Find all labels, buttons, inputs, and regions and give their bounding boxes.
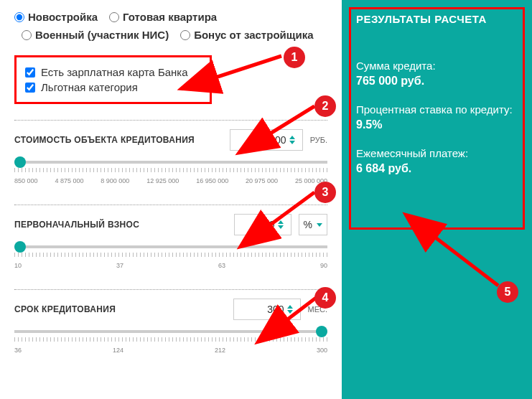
- check-salary-card-label: Есть зарплатная карта Банка: [41, 66, 188, 78]
- radio-military-input[interactable]: [22, 30, 32, 40]
- radio-ready-flat[interactable]: Готовая квартира: [109, 11, 217, 23]
- term-ticks: 36 124 212 300: [14, 344, 327, 354]
- cost-unit: РУБ.: [310, 136, 327, 144]
- down-tick-1: 37: [116, 262, 123, 269]
- down-spin-down-icon[interactable]: [278, 225, 284, 229]
- down-tick-2: 63: [218, 262, 225, 269]
- radio-developer-bonus[interactable]: Бонус от застройщика: [180, 29, 313, 41]
- term-slider-track[interactable]: [14, 330, 327, 333]
- term-input-wrap[interactable]: [233, 299, 301, 320]
- rate-label: Процентная ставка по кредиту:: [356, 103, 518, 116]
- loan-amount-value: 765 000 руб.: [356, 75, 518, 88]
- cost-slider-thumb[interactable]: [14, 156, 26, 168]
- annotation-1: 1: [284, 47, 305, 68]
- cost-slider-track[interactable]: [14, 161, 327, 164]
- cost-tick-5: 20 975 000: [246, 177, 278, 184]
- radio-ready-flat-input[interactable]: [109, 12, 119, 22]
- radio-developer-bonus-input[interactable]: [180, 30, 190, 40]
- down-label: ПЕРВОНАЧАЛЬНЫЙ ВЗНОС: [14, 220, 139, 230]
- annotation-3: 3: [314, 182, 336, 203]
- term-tick-3: 300: [317, 347, 327, 354]
- term-spin-up-icon[interactable]: [287, 305, 293, 309]
- down-input[interactable]: [241, 219, 275, 230]
- rate-value: 9.5%: [356, 118, 518, 131]
- radio-military-label: Военный (участник НИС): [35, 29, 169, 41]
- check-privileged[interactable]: [25, 83, 35, 93]
- cost-tick-4: 16 950 000: [196, 177, 228, 184]
- annotation-2: 2: [314, 95, 336, 117]
- cost-tick-1: 4 875 000: [55, 177, 83, 184]
- radio-ready-flat-label: Готовая квартира: [123, 11, 217, 23]
- cost-tick-2: 8 900 000: [101, 177, 129, 184]
- term-label: СРОК КРЕДИТОВАНИЯ: [14, 304, 116, 314]
- loan-amount-label: Сумма кредита:: [356, 60, 518, 72]
- radio-new-building-input[interactable]: [14, 12, 24, 22]
- chevron-down-icon: [317, 223, 322, 227]
- down-unit-select[interactable]: %: [299, 214, 327, 235]
- radio-new-building-label: Новостройка: [28, 11, 98, 23]
- down-unit-value: %: [304, 219, 312, 230]
- annotation-4: 4: [314, 287, 336, 309]
- down-input-wrap[interactable]: [234, 214, 291, 235]
- cost-tick-0: 850 000: [14, 177, 38, 184]
- cost-spin-up-icon[interactable]: [289, 136, 295, 139]
- cost-input[interactable]: [236, 134, 286, 146]
- radio-developer-bonus-label: Бонус от застройщика: [194, 29, 313, 41]
- term-input[interactable]: [240, 304, 284, 315]
- down-slider-thumb[interactable]: [14, 241, 26, 253]
- results-title: РЕЗУЛЬТАТЫ РАСЧЕТА: [356, 13, 518, 25]
- check-privileged-label: Льготная категория: [41, 81, 138, 93]
- term-tick-1: 124: [113, 347, 123, 354]
- annotation-5: 5: [497, 281, 518, 303]
- monthly-value: 6 684 руб.: [356, 162, 518, 175]
- term-slider-thumb[interactable]: [316, 326, 327, 337]
- down-slider-track[interactable]: [14, 245, 327, 248]
- cost-tick-marks: [14, 168, 327, 172]
- cost-input-wrap[interactable]: [230, 129, 303, 151]
- check-salary-card[interactable]: [25, 67, 35, 78]
- results-panel: РЕЗУЛЬТАТЫ РАСЧЕТА Сумма кредита: 765 00…: [342, 0, 532, 399]
- cost-ticks: 850 000 4 875 000 8 900 000 12 925 000 1…: [14, 175, 327, 184]
- down-ticks: 10 37 63 90: [14, 260, 327, 269]
- down-tick-marks: [14, 253, 327, 257]
- down-tick-3: 90: [320, 262, 327, 269]
- radio-military[interactable]: Военный (участник НИС): [22, 29, 169, 41]
- checkbox-group-highlight: Есть зарплатная карта Банка Льготная кат…: [14, 55, 212, 104]
- cost-tick-3: 12 925 000: [146, 177, 179, 184]
- cost-spin-down-icon[interactable]: [289, 141, 295, 144]
- term-spin-down-icon[interactable]: [287, 310, 293, 314]
- term-tick-2: 212: [215, 347, 225, 354]
- down-spin-up-icon[interactable]: [278, 220, 284, 224]
- term-tick-marks: [14, 337, 327, 342]
- down-tick-0: 10: [14, 262, 22, 269]
- radio-new-building[interactable]: Новостройка: [14, 11, 98, 23]
- monthly-label: Ежемесячный платеж:: [356, 147, 518, 159]
- cost-label: СТОИМОСТЬ ОБЪЕКТА КРЕДИТОВАНИЯ: [14, 135, 195, 145]
- term-tick-0: 36: [14, 347, 22, 354]
